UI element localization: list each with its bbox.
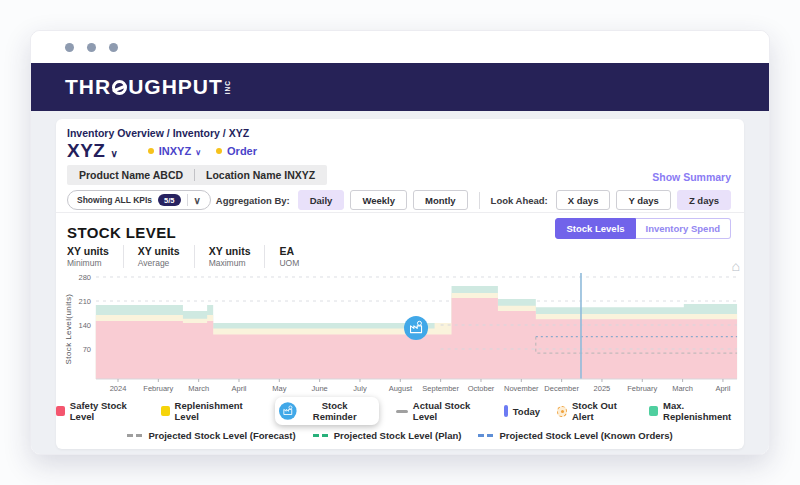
window-dot-icon[interactable] (65, 43, 74, 52)
aggregation-monthly-button[interactable]: Montly (413, 190, 468, 210)
svg-text:March: March (672, 384, 693, 393)
location-bullet-icon (148, 148, 154, 154)
throughput-logo[interactable]: THRUGHPUT INC (65, 75, 231, 99)
logo-inc-text: INC (225, 80, 232, 94)
svg-text:210: 210 (78, 297, 91, 306)
app-window: THRUGHPUT INC Inventory Overview / Inven… (30, 30, 770, 455)
product-location-chips: Product Name ABCD Location Name INXYZ (67, 165, 327, 185)
aggregation-weekly-button[interactable]: Weekly (350, 190, 407, 210)
safety-swatch-icon (56, 406, 65, 416)
chip-divider (194, 169, 195, 181)
location-chip: Location Name INXYZ (206, 169, 315, 181)
chart-canvas[interactable]: 280210140702024FebruaryMarchAprilMayJune… (61, 259, 746, 394)
chart-legend: Safety Stock Level Replenishment Level S… (56, 397, 744, 441)
factory-icon (279, 401, 297, 421)
section-header: STOCK LEVEL Stock Levels Inventory Spend (67, 218, 731, 241)
tab-stock-levels[interactable]: Stock Levels (555, 218, 635, 239)
forecast-line-icon (127, 434, 143, 437)
svg-text:December: December (544, 384, 579, 393)
alert-ring-icon (557, 406, 567, 417)
legend-replenishment: Replenishment Level (161, 400, 259, 422)
order-bullet-icon (216, 148, 222, 154)
show-summary-link[interactable]: Show Summary (652, 171, 731, 183)
svg-text:February: February (143, 384, 173, 393)
legend-projected-plan: Projected Stock Level (Plan) (313, 430, 462, 441)
svg-text:2025: 2025 (594, 384, 611, 393)
filter-row: Showing ALL KPIs 5/5 ∨ Aggregation By: D… (67, 190, 731, 210)
kpi-filter-dropdown[interactable]: Showing ALL KPIs 5/5 ∨ (67, 190, 211, 210)
known-orders-line-icon (478, 434, 494, 437)
section-title: STOCK LEVEL (67, 224, 176, 241)
legend-safety-stock: Safety Stock Level (56, 400, 144, 422)
stock-level-chart[interactable]: ⌂ 280210140702024FebruaryMarchAprilMayJu… (61, 259, 746, 394)
svg-text:May: May (272, 384, 286, 393)
aggregation-label: Aggregation By: (216, 195, 290, 206)
chart-home-icon[interactable]: ⌂ (732, 259, 740, 273)
location-link[interactable]: INXYZ (159, 145, 191, 157)
section-divider (56, 212, 744, 213)
legend-stock-out-alert: Stock Out Alert (557, 400, 632, 422)
svg-text:February: February (627, 384, 657, 393)
kpi-filter-label: Showing ALL KPIs (77, 195, 152, 205)
kpi-value: XY units (138, 245, 180, 257)
app-header: THRUGHPUT INC (31, 63, 769, 111)
window-titlebar (31, 31, 769, 63)
look-ahead-z-button[interactable]: Z days (677, 190, 731, 210)
kpi-count-badge: 5/5 (158, 194, 180, 206)
kpi-value: EA (279, 245, 299, 257)
svg-text:April: April (715, 384, 730, 393)
order-link[interactable]: Order (227, 145, 257, 157)
today-bar-icon (504, 405, 508, 417)
legend-projected-known-orders: Projected Stock Level (Known Orders) (478, 430, 672, 441)
svg-text:October: October (468, 384, 495, 393)
svg-text:Stock Level(units): Stock Level(units) (64, 294, 73, 365)
pill-divider (187, 194, 188, 206)
replenishment-swatch-icon (161, 406, 170, 416)
legend-projected-forecast: Projected Stock Level (Forecast) (127, 430, 295, 441)
svg-text:September: September (422, 384, 459, 393)
chevron-down-icon: ∨ (194, 195, 201, 206)
filter-divider (479, 192, 480, 209)
window-dot-icon[interactable] (109, 43, 118, 52)
look-ahead-y-button[interactable]: Y days (616, 190, 670, 210)
legend-max-replenishment: Max. Replenishment (649, 400, 744, 422)
svg-text:140: 140 (78, 321, 91, 330)
legend-today: Today (504, 405, 540, 417)
logo-text: UGHPUT (128, 75, 223, 99)
inventory-panel: Inventory Overview / Inventory / XYZ XYZ… (56, 119, 744, 449)
svg-text:March: March (188, 384, 209, 393)
chevron-down-icon[interactable]: ∨ (195, 148, 201, 157)
view-toggle: Stock Levels Inventory Spend (555, 218, 731, 239)
page-title: XYZ (67, 140, 105, 162)
plan-line-icon (313, 434, 329, 437)
svg-text:70: 70 (83, 345, 91, 354)
svg-text:November: November (504, 384, 539, 393)
tab-inventory-spend[interactable]: Inventory Spend (636, 218, 731, 239)
look-ahead-label: Look Ahead: (491, 195, 548, 206)
max-replenishment-swatch-icon (649, 406, 658, 416)
svg-text:July: July (353, 384, 367, 393)
look-ahead-x-button[interactable]: X days (556, 190, 611, 210)
product-chip: Product Name ABCD (79, 169, 183, 181)
svg-text:280: 280 (78, 273, 91, 282)
kpi-value: XY units (67, 245, 109, 257)
svg-text:August: August (389, 384, 413, 393)
actual-line-icon (396, 410, 408, 413)
svg-text:2024: 2024 (110, 384, 127, 393)
title-row: XYZ ∨ INXYZ ∨ Order (67, 140, 257, 162)
logo-text: THR (65, 75, 111, 99)
aggregation-daily-button[interactable]: Daily (298, 190, 345, 210)
legend-actual-stock: Actual Stock Level (396, 400, 488, 422)
stock-reminder-button[interactable]: Stock Reminder (275, 397, 378, 425)
svg-text:June: June (312, 384, 328, 393)
window-dot-icon[interactable] (87, 43, 96, 52)
aggregation-controls: Aggregation By: Daily Weekly Montly Look… (216, 190, 731, 210)
breadcrumb[interactable]: Inventory Overview / Inventory / XYZ (67, 127, 249, 139)
svg-text:April: April (231, 384, 246, 393)
content-area: Inventory Overview / Inventory / XYZ XYZ… (31, 111, 769, 455)
chevron-down-icon[interactable]: ∨ (110, 148, 117, 159)
kpi-value: XY units (209, 245, 251, 257)
logo-globe-icon (112, 80, 127, 95)
